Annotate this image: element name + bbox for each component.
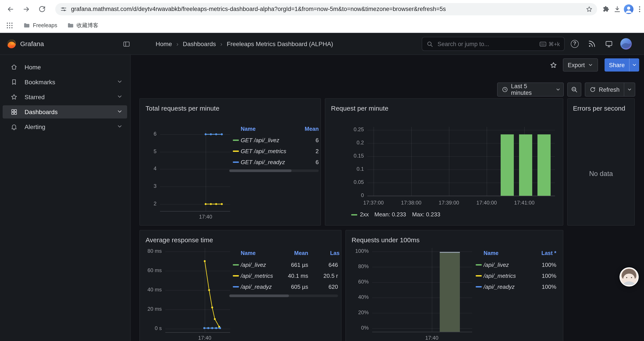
downloads-icon[interactable] (613, 5, 621, 13)
address-bar[interactable]: grafana.mathmast.com/d/deytv4rwavabkb/fr… (55, 3, 597, 15)
breadcrumb-dashboards[interactable]: Dashboards (183, 40, 216, 47)
clock-icon (502, 87, 508, 93)
sidebar-item-bookmarks[interactable]: Bookmarks (3, 76, 127, 89)
legend-header[interactable]: Las (330, 250, 340, 256)
sidebar-item-label: Dashboards (24, 108, 58, 115)
bookmark-folder-freeleaps[interactable]: Freeleaps (23, 22, 57, 29)
series-dash (476, 286, 482, 287)
legend-header[interactable]: Mean (267, 250, 308, 256)
share-menu-button[interactable] (629, 58, 639, 72)
legend-scrollbar[interactable] (229, 169, 319, 172)
x-tick: 17:40 (425, 335, 438, 341)
legend-name[interactable]: 2xx (360, 211, 369, 218)
x-tick: 17:40:00 (476, 200, 497, 206)
keyboard-icon (540, 42, 546, 46)
legend-name[interactable]: GET /api/_metrics (241, 148, 286, 154)
search-icon (426, 41, 433, 47)
sidebar-item-alerting[interactable]: Alerting (3, 120, 127, 133)
legend-name[interactable]: /api/_readyz (484, 283, 515, 290)
bookmark-star-icon[interactable] (586, 6, 593, 13)
favorite-star-button[interactable] (550, 62, 557, 69)
news-rss-icon[interactable] (588, 40, 596, 48)
back-icon[interactable] (6, 5, 14, 13)
y-tick: 0.25 (347, 126, 364, 133)
extensions-icon[interactable] (602, 5, 610, 13)
y-tick: 40% (350, 294, 369, 300)
display-icon[interactable] (605, 40, 613, 48)
legend-header[interactable]: Mean (284, 126, 319, 132)
refresh-interval-caret[interactable] (624, 83, 635, 96)
user-avatar[interactable] (620, 38, 632, 50)
chart[interactable] (367, 127, 555, 196)
panel-title[interactable]: Request per minute (331, 104, 388, 112)
series-dash (233, 140, 239, 141)
legend-name[interactable]: /api/_livez (241, 261, 266, 268)
url-text[interactable]: grafana.mathmast.com/d/deytv4rwavabkb/fr… (71, 3, 582, 15)
chart[interactable] (160, 130, 230, 211)
y-tick: 0.05 (347, 179, 364, 185)
assistant-avatar-button[interactable] (620, 267, 639, 286)
star-icon (10, 94, 18, 101)
refresh-button[interactable]: Refresh (585, 83, 624, 96)
chevron-down-icon[interactable] (116, 79, 123, 85)
chevron-down-icon (588, 62, 593, 68)
series-dash (233, 151, 239, 152)
share-button[interactable]: Share (604, 58, 629, 72)
legend-scrollbar[interactable] (229, 294, 338, 297)
legend-header[interactable]: Last * (520, 250, 556, 256)
legend-header[interactable]: Name (241, 126, 256, 132)
panel-title[interactable]: Total requests per minute (146, 104, 220, 112)
chevron-down-icon[interactable] (116, 108, 123, 115)
legend-value: 6 (284, 137, 319, 144)
chart[interactable] (372, 248, 472, 332)
time-range-picker[interactable]: Last 5 minutes (497, 83, 564, 97)
grafana-topbar: Grafana Home › Dashboards › Freeleaps Me… (0, 33, 644, 55)
profile-avatar[interactable] (624, 4, 634, 15)
panel-title[interactable]: Requests under 100ms (352, 236, 420, 244)
zoom-out-button[interactable] (567, 83, 581, 97)
legend-name[interactable]: GET /api/_readyz (241, 159, 285, 165)
series-dash (476, 264, 482, 265)
folder-icon (23, 22, 30, 29)
sidebar-item-label: Starred (24, 94, 45, 101)
y-tick: 80% (350, 263, 369, 269)
x-tick: 17:41:00 (514, 200, 534, 206)
sidebar-item-home[interactable]: Home (3, 61, 127, 74)
collapse-sidebar-icon[interactable] (123, 40, 130, 48)
y-tick: 20% (350, 309, 369, 315)
chevron-down-icon[interactable] (116, 123, 123, 129)
help-icon[interactable]: ? (571, 40, 579, 48)
reload-icon[interactable] (38, 5, 46, 13)
bookmark-folder-blogs[interactable]: 收藏博客 (67, 22, 98, 29)
legend-name[interactable]: /api/_metrics (484, 272, 516, 279)
legend-name[interactable]: /api/_livez (484, 261, 509, 268)
breadcrumb-separator: › (220, 40, 222, 47)
breadcrumb-home[interactable]: Home (156, 40, 172, 47)
sidebar-item-starred[interactable]: Starred (3, 90, 127, 104)
browser-menu-icon[interactable] (636, 5, 644, 13)
chart[interactable] (165, 248, 230, 332)
scrollbar-thumb[interactable] (229, 169, 292, 172)
y-tick: 0 (347, 192, 364, 198)
legend-name[interactable]: GET /api/_livez (241, 137, 279, 144)
panel-title[interactable]: Errors per second (573, 104, 625, 112)
search-shortcut: ⌘+k (540, 41, 560, 47)
panel-title[interactable]: Average response time (146, 236, 213, 244)
site-controls-icon[interactable] (60, 6, 67, 13)
apps-grid-icon[interactable] (6, 22, 14, 30)
search-box[interactable]: ⌘+k (422, 37, 565, 51)
scrollbar-thumb[interactable] (229, 294, 289, 297)
search-input[interactable] (437, 40, 540, 48)
forward-icon[interactable] (22, 5, 30, 13)
legend-value: 100% (520, 272, 556, 279)
sidebar-item-dashboards[interactable]: Dashboards (3, 105, 127, 119)
grafana-brand: Grafana (20, 33, 44, 55)
bookmark-label: Freeleaps (33, 22, 57, 29)
time-range-caret[interactable] (553, 83, 563, 96)
zoom-out-icon (571, 86, 578, 93)
export-button[interactable]: Export (563, 58, 598, 72)
legend-header[interactable]: Name (484, 250, 498, 256)
legend-header[interactable]: Name (241, 250, 256, 256)
chevron-down-icon[interactable] (116, 94, 123, 100)
grafana-logo[interactable] (6, 39, 16, 49)
